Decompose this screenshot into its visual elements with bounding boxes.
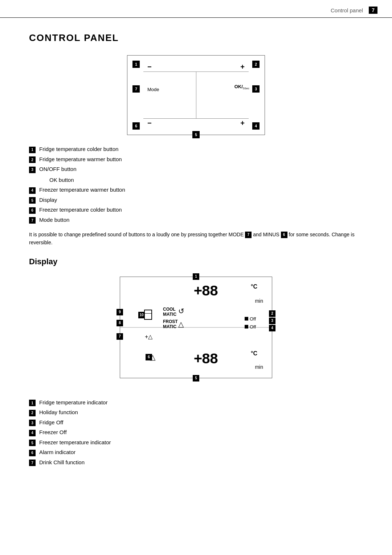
dd-badge-5: 5 <box>193 375 199 381</box>
dd-badge-2: 2 <box>269 310 275 317</box>
list-item: 7 Mode button <box>29 216 363 224</box>
section1-title: CONTROL PANEL <box>29 32 363 44</box>
item-badge-1: 1 <box>29 147 36 153</box>
fridge-icon-bottom <box>145 314 151 319</box>
item-badge-6: 6 <box>29 207 36 214</box>
dd-badge-9: 9 <box>117 309 123 315</box>
item-badge-4: 4 <box>29 187 36 194</box>
display-diagram: 1 2 3 4 5 6 7 8 9 10 +88 °C min +88 °C m… <box>120 277 272 378</box>
fridge-seg-display: +88 <box>193 283 217 300</box>
list-item: 2 Fridge temperature warmer button <box>29 155 363 164</box>
item-text-5: Display <box>39 196 57 204</box>
item-badge-2: 2 <box>29 156 36 163</box>
freezer-off-indicator: Off <box>245 324 256 330</box>
page-number: 7 <box>369 7 377 14</box>
diagram-badge-5: 5 <box>192 131 200 138</box>
freezer-seg-text: +88 <box>193 351 217 368</box>
list-item-ok: OK button <box>29 175 363 184</box>
item-text-4: Freezer temperature warmer button <box>39 186 125 194</box>
item-text-7: Mode button <box>39 216 69 224</box>
display-item-text-4: Freezer Off <box>39 428 67 437</box>
diagram-mode-label: Mode <box>147 87 159 92</box>
list-item: 4 Freezer temperature warmer button <box>29 186 363 194</box>
diagram-plus-bottom: + <box>240 119 245 127</box>
display-item-badge-7: 7 <box>29 460 36 466</box>
cool-matic-icon: ↺ <box>178 307 184 315</box>
header-title: Control panel <box>331 7 363 13</box>
fridge-min: min <box>255 298 263 304</box>
fridge-seg-text: +88 <box>193 283 217 300</box>
dd-badge-4: 4 <box>269 325 275 331</box>
freezer-deg-c: °C <box>251 350 257 357</box>
display-item-badge-5: 5 <box>29 440 36 446</box>
display-section-title: Display <box>29 257 363 266</box>
dd-badge-8: 8 <box>117 320 123 326</box>
fridge-off-square <box>245 317 248 321</box>
control-panel-item-list: 1 Fridge temperature colder button 2 Fri… <box>29 145 363 224</box>
display-item-text-2: Holiday function <box>39 408 78 417</box>
freezer-off-square <box>245 325 248 328</box>
note-badge-minus: 6 <box>281 232 287 238</box>
freezer-off-text: Off <box>250 324 256 330</box>
display-item-text-7: Drink Chill function <box>39 458 85 467</box>
diagram-ok-label: OK/5Sec <box>234 84 249 90</box>
fridge-icon-small <box>144 310 152 320</box>
item-text-3: ON/OFF button <box>39 165 77 174</box>
list-item: 6 Freezer temperature colder button <box>29 206 363 214</box>
alarm-icon: △ <box>150 353 155 362</box>
dd-badge-1: 1 <box>193 273 199 280</box>
diagram-badge-3: 3 <box>252 85 260 93</box>
frost-matic-icon: △ <box>178 320 184 328</box>
display-item-badge-3: 3 <box>29 420 36 426</box>
sec-text: 5Sec <box>243 87 249 90</box>
display-list-item: 3 Fridge Off <box>29 419 363 427</box>
display-item-text-5: Freezer temperature indicator <box>39 438 111 447</box>
diagram-badge-1: 1 <box>132 61 140 68</box>
display-item-text-1: Fridge temperature indicator <box>39 399 107 407</box>
freezer-seg-display: +88 <box>193 351 217 368</box>
display-list-item: 5 Freezer temperature indicator <box>29 438 363 447</box>
control-diagram: 1 2 3 4 5 6 7 − + Mode OK/5Sec − + <box>127 55 265 135</box>
display-list-item: 1 Fridge temperature indicator <box>29 399 363 407</box>
control-diagram-container: 1 2 3 4 5 6 7 − + Mode OK/5Sec − + <box>29 55 363 135</box>
inner-line-vertical <box>196 72 196 119</box>
diagram-badge-2: 2 <box>252 61 260 68</box>
display-item-badge-4: 4 <box>29 430 36 436</box>
frost-matic-text2: MATIC <box>163 324 178 329</box>
display-diagram-container: 1 2 3 4 5 6 7 8 9 10 +88 °C min +88 °C m… <box>29 277 363 388</box>
diagram-minus-top: − <box>147 63 152 71</box>
display-item-badge-6: 6 <box>29 450 36 456</box>
item-text-6: Freezer temperature colder button <box>39 206 122 214</box>
item-text-ok: OK button <box>49 176 74 184</box>
diagram-minus-bottom: − <box>147 119 152 127</box>
item-badge-5: 5 <box>29 197 36 204</box>
control-panel-note: It is possible to change predefined soun… <box>29 230 363 247</box>
frost-matic-label: FROST MATIC <box>163 319 178 330</box>
item-text-1: Fridge temperature colder button <box>39 145 118 154</box>
cool-matic-text2: MATIC <box>163 312 176 317</box>
diagram-badge-6: 6 <box>132 122 140 130</box>
dd-badge-3: 3 <box>269 318 275 324</box>
main-content: CONTROL PANEL 1 2 3 4 5 6 7 − + Mode OK/… <box>0 18 392 487</box>
diagram-badge-7: 7 <box>132 85 140 93</box>
dd-badge-7: 7 <box>117 333 123 340</box>
display-list-item: 7 Drink Chill function <box>29 458 363 467</box>
display-item-text-6: Alarm indicator <box>39 448 75 457</box>
frost-matic-text: FROST <box>163 319 178 324</box>
display-item-badge-1: 1 <box>29 400 36 406</box>
ok-text: OK/ <box>234 84 243 89</box>
page-header: Control panel 7 <box>0 0 392 18</box>
list-item: 3 ON/OFF button <box>29 165 363 174</box>
display-item-badge-2: 2 <box>29 410 36 416</box>
fridge-off-indicator: Off <box>245 316 256 322</box>
display-item-text-3: Fridge Off <box>39 419 63 427</box>
list-item: 5 Display <box>29 196 363 204</box>
fridge-icon-top <box>145 310 151 314</box>
fridge-off-text: Off <box>250 316 256 322</box>
cool-matic-label: COOL MATIC <box>163 307 176 317</box>
note-text-mid: and MINUS <box>252 232 281 237</box>
item-badge-3: 3 <box>29 167 36 173</box>
note-text-before: It is possible to change predefined soun… <box>29 232 245 237</box>
display-list-item: 2 Holiday function <box>29 408 363 417</box>
drink-chill-icon: +△ <box>145 333 152 340</box>
